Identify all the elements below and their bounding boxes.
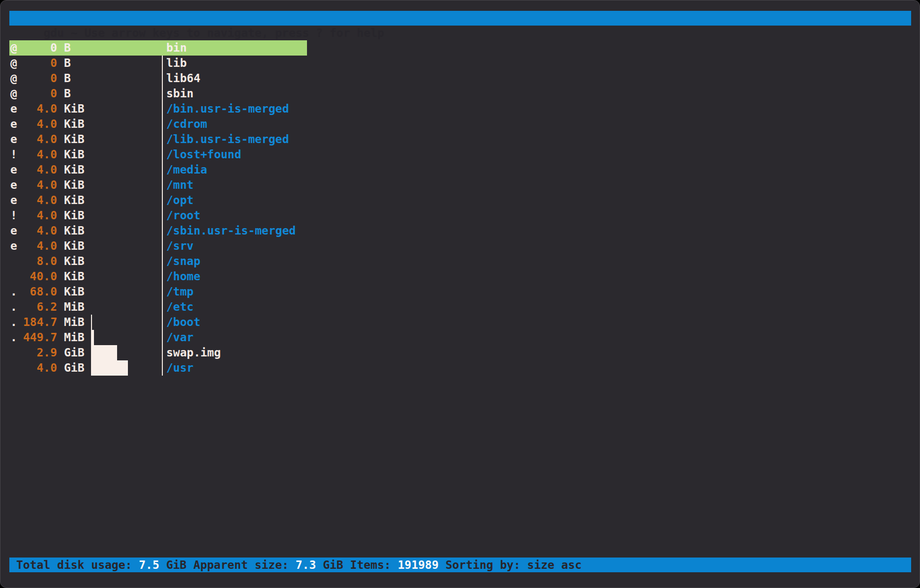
file-row[interactable]: ! 4.0 KiB /root: [0, 208, 911, 223]
column-separator: [162, 86, 163, 101]
item-size-unit: KiB: [64, 132, 85, 147]
item-size-unit: B: [64, 86, 71, 101]
item-size-value: 40.0: [23, 269, 57, 284]
item-size-unit: B: [64, 56, 71, 71]
item-size-value: 4.0: [23, 208, 57, 223]
status-bar: Total disk usage: 7.5 GiB Apparent size:…: [9, 558, 911, 572]
item-flag: !: [10, 147, 17, 162]
item-flag: e: [10, 162, 17, 177]
column-separator: [162, 71, 163, 86]
item-size-value: 4.0: [23, 162, 57, 177]
item-size-value: 4.0: [23, 193, 57, 208]
file-row[interactable]: e 4.0 KiB /srv: [0, 238, 911, 254]
file-row[interactable]: @ 0 B lib: [0, 56, 911, 71]
column-separator: [162, 162, 163, 177]
item-size-value: 0: [23, 86, 57, 101]
status-label: GiB Apparent size:: [159, 559, 296, 571]
item-name: /lost+found: [166, 147, 241, 162]
item-size-unit: KiB: [64, 101, 85, 117]
item-flag: e: [10, 117, 17, 132]
column-separator: [162, 101, 163, 117]
item-size-value: 4.0: [23, 360, 57, 376]
usage-bar: [91, 315, 92, 330]
item-name: /srv: [166, 238, 193, 254]
item-flag: e: [10, 193, 17, 208]
item-name: bin: [166, 40, 187, 56]
item-size-unit: KiB: [64, 269, 85, 284]
column-separator: [162, 56, 163, 71]
file-row[interactable]: e 4.0 KiB /media: [0, 162, 911, 177]
item-size-unit: KiB: [64, 254, 85, 269]
item-name: /root: [166, 208, 200, 223]
item-size-value: 0: [23, 71, 57, 86]
file-row[interactable]: . 449.7 MiB /var: [0, 330, 911, 345]
item-flag: e: [10, 101, 17, 117]
usage-bar: [91, 360, 128, 376]
item-size-unit: B: [64, 71, 71, 86]
item-flag: e: [10, 238, 17, 254]
item-name: /etc: [166, 299, 193, 315]
status-label: Total disk usage:: [16, 559, 139, 571]
column-separator: [162, 330, 163, 345]
item-size-unit: KiB: [64, 177, 85, 193]
file-row[interactable]: @ 0 B bin: [0, 40, 911, 56]
item-flag: @: [10, 86, 17, 101]
item-name: /var: [166, 330, 193, 345]
item-name: /opt: [166, 193, 193, 208]
item-size-value: 4.0: [23, 117, 57, 132]
file-row[interactable]: e 4.0 KiB /lib.usr-is-merged: [0, 132, 911, 147]
item-size-unit: MiB: [64, 330, 85, 345]
item-name: lib: [166, 56, 187, 71]
status-value: 191989: [398, 559, 438, 571]
column-separator: [162, 254, 163, 269]
file-row[interactable]: . 6.2 MiB /etc: [0, 299, 911, 315]
item-flag: e: [10, 223, 17, 238]
item-size-unit: GiB: [64, 360, 85, 376]
file-row[interactable]: . 68.0 KiB /tmp: [0, 284, 911, 299]
column-separator: [162, 117, 163, 132]
file-row[interactable]: 8.0 KiB /snap: [0, 254, 911, 269]
file-row[interactable]: @ 0 B sbin: [0, 86, 911, 101]
file-row[interactable]: 40.0 KiB /home: [0, 269, 911, 284]
column-separator: [162, 177, 163, 193]
file-row[interactable]: e 4.0 KiB /bin.usr-is-merged: [0, 101, 911, 117]
file-row[interactable]: 4.0 GiB /usr: [0, 360, 911, 376]
item-size-value: 0: [23, 40, 57, 56]
column-separator: [162, 269, 163, 284]
column-separator: [162, 360, 163, 376]
item-name: /cdrom: [166, 117, 207, 132]
item-size-unit: KiB: [64, 117, 85, 132]
item-flag: @: [10, 40, 17, 56]
file-row[interactable]: e 4.0 KiB /sbin.usr-is-merged: [0, 223, 911, 238]
column-separator: [162, 284, 163, 299]
item-name: /bin.usr-is-merged: [166, 101, 289, 117]
column-separator: [162, 345, 163, 360]
item-size-value: 4.0: [23, 177, 57, 193]
item-size-value: 2.9: [23, 345, 57, 360]
item-name: /mnt: [166, 177, 193, 193]
item-flag: @: [10, 56, 17, 71]
file-row[interactable]: 2.9 GiB swap.img: [0, 345, 911, 360]
item-size-unit: KiB: [64, 223, 85, 238]
item-name: swap.img: [166, 345, 221, 360]
file-row[interactable]: e 4.0 KiB /opt: [0, 193, 911, 208]
item-size-value: 4.0: [23, 223, 57, 238]
item-size-unit: KiB: [64, 147, 85, 162]
item-size-value: 4.0: [23, 238, 57, 254]
file-row[interactable]: . 184.7 MiB /boot: [0, 315, 911, 330]
item-name: /sbin.usr-is-merged: [166, 223, 296, 238]
item-flag: .: [10, 284, 17, 299]
column-separator: [162, 315, 163, 330]
item-size-unit: KiB: [64, 284, 85, 299]
item-size-value: 4.0: [23, 101, 57, 117]
file-row[interactable]: e 4.0 KiB /cdrom: [0, 117, 911, 132]
file-row[interactable]: @ 0 B lib64: [0, 71, 911, 86]
column-separator: [162, 147, 163, 162]
status-value: 7.3: [296, 559, 316, 571]
file-row[interactable]: ! 4.0 KiB /lost+found: [0, 147, 911, 162]
item-size-unit: KiB: [64, 193, 85, 208]
breadcrumb: --- / ---: [9, 26, 105, 40]
item-size-unit: GiB: [64, 345, 85, 360]
file-row[interactable]: e 4.0 KiB /mnt: [0, 177, 911, 193]
item-name: /usr: [166, 360, 193, 376]
